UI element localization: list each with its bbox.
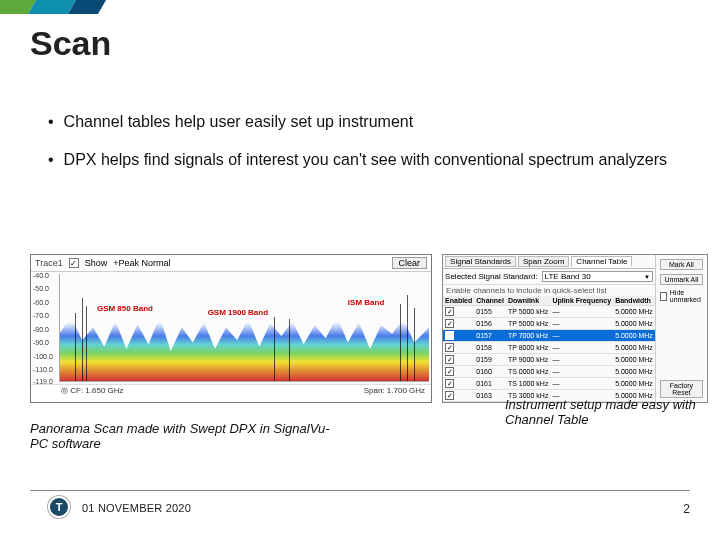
- brand-icon: T: [48, 496, 70, 518]
- enable-caption: Enable channels to include in quick-sele…: [443, 285, 655, 296]
- annotation-gsm1900: GSM 1900 Band: [208, 308, 268, 317]
- tab-span-zoom[interactable]: Span Zoom: [518, 256, 569, 267]
- footer-date: 01 NOVEMBER 2020: [82, 502, 191, 514]
- page-title: Scan: [30, 24, 111, 63]
- caption-channel-table: Instrument setup made easy with Channel …: [505, 398, 705, 428]
- spectrum-footer: ◎ CF: 1.650 GHz Span: 1.700 GHz: [31, 384, 431, 397]
- row-checkbox[interactable]: ✓: [445, 367, 454, 376]
- tab-channel-table[interactable]: Channel Table: [571, 256, 632, 267]
- unmark-all-button[interactable]: Unmark All: [660, 274, 703, 285]
- page-number: 2: [683, 502, 690, 516]
- bullet-text: Channel tables help user easily set up i…: [64, 112, 414, 132]
- signal-standard-select[interactable]: LTE Band 30 ▼: [542, 271, 653, 282]
- bullet-list: •Channel tables help user easily set up …: [48, 112, 680, 188]
- channel-table: Enabled Channel Downlink Uplink Frequenc…: [443, 296, 655, 402]
- table-row[interactable]: ✓0161TS 1000 kHz—5.0000 MHz: [443, 378, 655, 390]
- table-row[interactable]: ✓0157TP 7000 kHz—5.0000 MHz: [443, 330, 655, 342]
- chevron-down-icon: ▼: [644, 274, 650, 280]
- row-checkbox[interactable]: ✓: [445, 307, 454, 316]
- signal-standard-label: Selected Signal Standard:: [445, 272, 538, 281]
- row-checkbox[interactable]: ✓: [445, 379, 454, 388]
- bullet-item: •Channel tables help user easily set up …: [48, 112, 680, 132]
- clear-button[interactable]: Clear: [392, 257, 428, 269]
- spectrum-plot: -40.0 -50.0 -60.0 -70.0 -80.0 -90.0 -100…: [31, 272, 431, 384]
- tab-signal-standards[interactable]: Signal Standards: [445, 256, 516, 267]
- mode-label: +Peak Normal: [113, 258, 170, 268]
- hide-unmarked-checkbox[interactable]: Hide unmarked: [660, 289, 703, 303]
- row-checkbox[interactable]: ✓: [445, 355, 454, 364]
- footer-divider: [30, 490, 690, 491]
- bullet-text: DPX helps find signals of interest you c…: [64, 150, 667, 170]
- row-checkbox[interactable]: ✓: [445, 391, 454, 400]
- caption-spectrum: Panorama Scan made with Swept DPX in Sig…: [30, 422, 340, 452]
- annotation-gsm850: GSM 850 Band: [97, 304, 153, 313]
- row-checkbox[interactable]: ✓: [445, 319, 454, 328]
- spectrum-header: Trace1 ✓ Show +Peak Normal Clear: [31, 255, 431, 272]
- annotation-ism: ISM Band: [348, 298, 384, 307]
- show-checkbox[interactable]: ✓: [69, 258, 79, 268]
- table-row[interactable]: ✓0160TS 0000 kHz—5.0000 MHz: [443, 366, 655, 378]
- row-checkbox[interactable]: ✓: [445, 343, 454, 352]
- table-row[interactable]: ✓0155TP 5000 kHz—5.0000 MHz: [443, 306, 655, 318]
- table-row[interactable]: ✓0156TP 5000 kHz—5.0000 MHz: [443, 318, 655, 330]
- accent-bar: [0, 0, 720, 14]
- factory-reset-button[interactable]: Factory Reset: [660, 380, 703, 398]
- table-row[interactable]: ✓0158TP 8000 kHz—5.0000 MHz: [443, 342, 655, 354]
- mark-all-button[interactable]: Mark All: [660, 259, 703, 270]
- channel-tabs: Signal Standards Span Zoom Channel Table: [443, 255, 655, 269]
- trace-label: Trace1: [35, 258, 63, 268]
- show-label: Show: [85, 258, 108, 268]
- table-row[interactable]: ✓0159TP 9000 kHz—5.0000 MHz: [443, 354, 655, 366]
- channel-table-panel: Signal Standards Span Zoom Channel Table…: [442, 254, 708, 403]
- channel-side-controls: Mark All Unmark All Hide unmarked Factor…: [655, 255, 707, 402]
- bullet-item: •DPX helps find signals of interest you …: [48, 150, 680, 170]
- y-axis: -40.0 -50.0 -60.0 -70.0 -80.0 -90.0 -100…: [31, 272, 59, 384]
- row-checkbox[interactable]: ✓: [445, 331, 454, 340]
- spectrum-panel: Trace1 ✓ Show +Peak Normal Clear -40.0 -…: [30, 254, 432, 403]
